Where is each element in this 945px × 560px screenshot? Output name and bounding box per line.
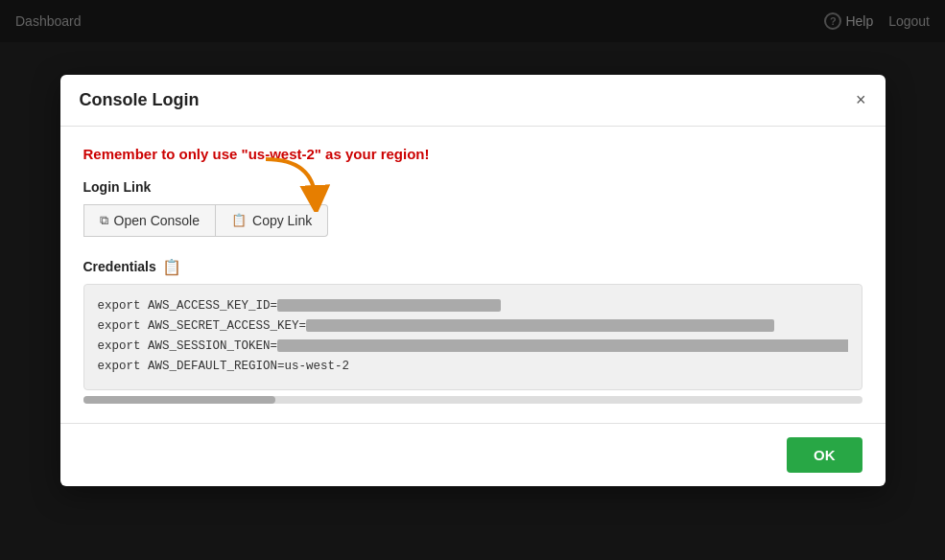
credentials-copy-icon[interactable]: 📋	[162, 258, 181, 276]
secret-key-value	[306, 319, 774, 332]
open-console-label: Open Console	[114, 213, 201, 228]
arrow-annotation	[256, 154, 333, 212]
modal: Console Login × Remember to only use "us…	[60, 75, 886, 486]
open-console-button[interactable]: ⧉ Open Console	[83, 204, 217, 237]
modal-title: Console Login	[80, 90, 200, 110]
external-link-icon: ⧉	[100, 213, 108, 228]
session-token-value	[277, 339, 847, 352]
copy-icon: 📋	[231, 213, 247, 227]
cred-line-1: export AWS_ACCESS_KEY_ID=	[98, 296, 848, 316]
modal-overlay: Console Login × Remember to only use "us…	[0, 0, 945, 560]
close-button[interactable]: ×	[856, 91, 866, 108]
login-link-label: Login Link	[83, 179, 862, 195]
scrollbar-thumb	[83, 396, 275, 404]
buttons-row: ⧉ Open Console 📋 Copy Link	[83, 204, 862, 237]
modal-header: Console Login ×	[60, 75, 886, 127]
warning-text: Remember to only use "us-west-2" as your…	[83, 146, 862, 162]
modal-body: Remember to only use "us-west-2" as your…	[60, 127, 886, 423]
modal-footer: OK	[60, 423, 886, 486]
ok-button[interactable]: OK	[787, 437, 862, 473]
access-key-value	[277, 299, 501, 312]
scrollbar-hint	[83, 396, 862, 404]
copy-link-label: Copy Link	[252, 213, 312, 228]
cred-line-3: export AWS_SESSION_TOKEN=	[98, 337, 848, 357]
cred-line-2: export AWS_SECRET_ACCESS_KEY=	[98, 316, 848, 337]
credentials-box: export AWS_ACCESS_KEY_ID= export AWS_SEC…	[83, 284, 862, 390]
cred-line-4: export AWS_DEFAULT_REGION=us-west-2	[98, 357, 848, 377]
credentials-text: Credentials	[83, 259, 156, 274]
credentials-section-label: Credentials 📋	[83, 258, 862, 276]
